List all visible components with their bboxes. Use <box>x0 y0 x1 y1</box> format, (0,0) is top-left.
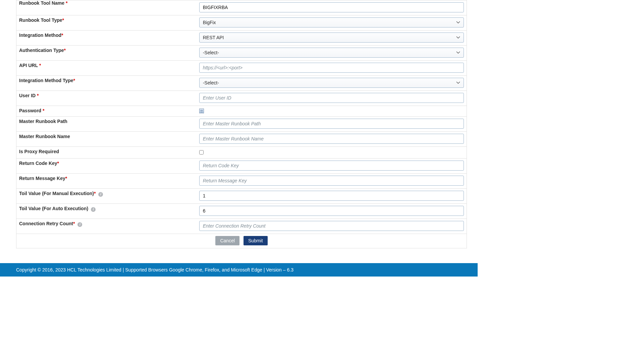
info-icon[interactable]: i <box>77 222 82 227</box>
required-indicator: * <box>64 48 66 53</box>
tool-type-select[interactable]: BigFix <box>199 17 464 27</box>
required-indicator: * <box>66 0 67 6</box>
label-tool-type: Runbook Tool Type* <box>16 15 197 31</box>
auth-type-select[interactable]: -Select- <box>199 48 464 58</box>
label-return-msg: Return Message Key* <box>16 174 197 189</box>
master-name-input[interactable] <box>199 134 464 144</box>
required-indicator: * <box>73 78 75 83</box>
label-tool-name: Runbook Tool Name * <box>16 0 197 15</box>
chevron-down-icon <box>456 36 460 40</box>
page-footer: Copyright © 2016, 2023 HCL Technologies … <box>0 263 478 277</box>
submit-button[interactable]: Submit <box>244 236 268 245</box>
required-indicator: * <box>62 17 64 23</box>
return-msg-input[interactable] <box>199 176 464 186</box>
info-icon[interactable]: i <box>98 192 103 197</box>
return-code-input[interactable] <box>199 161 464 171</box>
master-path-input[interactable] <box>199 119 464 129</box>
auth-type-value: -Select- <box>203 50 456 55</box>
info-icon[interactable]: i <box>91 207 96 212</box>
required-indicator: * <box>39 63 41 68</box>
form-container: Runbook Tool Name * Runbook Tool Type* B… <box>0 0 483 248</box>
retry-input[interactable] <box>199 221 464 231</box>
label-toil-manual: Toil Value (For Manual Execution)* i <box>16 189 197 204</box>
page-viewport[interactable]: Runbook Tool Name * Runbook Tool Type* B… <box>0 0 483 278</box>
footer-text: Copyright © 2016, 2023 HCL Technologies … <box>16 267 293 273</box>
required-indicator: * <box>94 191 96 196</box>
integration-method-value: REST API <box>203 35 456 40</box>
required-indicator: * <box>61 33 63 38</box>
required-indicator: * <box>57 161 59 166</box>
label-user-id: User ID * <box>16 91 197 106</box>
label-auth-type: Authentication Type* <box>16 46 197 61</box>
tool-type-value: BigFix <box>203 20 456 25</box>
toil-manual-input[interactable] <box>199 191 464 201</box>
integration-method-select[interactable]: REST API <box>199 33 464 43</box>
label-master-name: Master Runbook Name <box>16 132 197 147</box>
toil-auto-input[interactable] <box>199 206 464 216</box>
label-toil-auto: Toil Value (For Auto Execution) i <box>16 204 197 219</box>
api-url-input[interactable] <box>199 63 464 73</box>
required-indicator: * <box>73 221 75 226</box>
tool-name-input[interactable] <box>199 2 464 12</box>
chevron-down-icon <box>456 81 460 85</box>
label-retry: Connection Retry Count* i <box>16 219 197 234</box>
integration-method-type-value: -Select- <box>203 80 456 85</box>
password-edit-icon[interactable] <box>199 109 204 113</box>
user-id-input[interactable] <box>199 93 464 103</box>
required-indicator: * <box>37 93 39 98</box>
label-master-path: Master Runbook Path <box>16 117 197 132</box>
integration-method-type-select[interactable]: -Select- <box>199 78 464 88</box>
required-indicator: * <box>43 108 44 113</box>
label-integration-method: Integration Method* <box>16 31 197 46</box>
label-integration-method-type: Integration Method Type* <box>16 76 197 91</box>
chevron-down-icon <box>456 51 460 55</box>
label-password: Password * <box>16 106 197 117</box>
label-return-code: Return Code Key* <box>16 159 197 174</box>
cancel-button[interactable]: Cancel <box>215 236 239 245</box>
required-indicator: * <box>65 176 67 181</box>
proxy-checkbox[interactable] <box>199 150 204 155</box>
runbook-config-table: Runbook Tool Name * Runbook Tool Type* B… <box>16 0 467 248</box>
label-api-url: API URL * <box>16 61 197 76</box>
chevron-down-icon <box>456 20 460 24</box>
label-proxy: Is Proxy Required <box>16 147 197 159</box>
